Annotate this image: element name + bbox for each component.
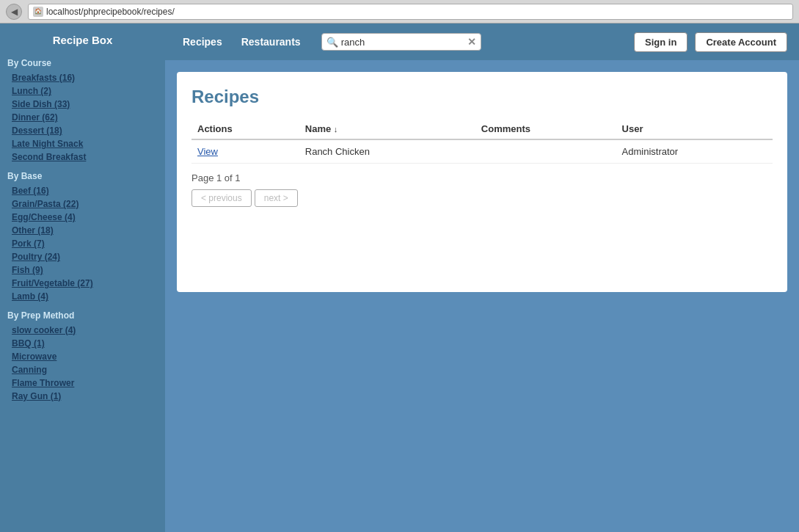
sidebar-item-beef[interactable]: Beef (16)	[7, 184, 158, 197]
sidebar-item-poultry[interactable]: Poultry (24)	[7, 250, 158, 263]
col-actions: Actions	[191, 119, 299, 139]
course-links-container: Breakfasts (16)Lunch (2)Side Dish (33)Di…	[7, 71, 158, 164]
table-cell-user: Administrator	[616, 139, 773, 164]
content-area: Recipes Actions Name ↓ Comments User	[165, 60, 799, 532]
top-nav: Recipes Restaurants 🔍 ✕ Sign in Create A…	[165, 23, 799, 60]
sidebar-item-late-night-snack[interactable]: Late Night Snack	[7, 137, 158, 150]
by-base-label: By Base	[7, 171, 158, 181]
search-input[interactable]	[341, 37, 464, 48]
pagination-info: Page 1 of 1	[191, 172, 773, 183]
table-header-row: Actions Name ↓ Comments User	[191, 119, 773, 139]
app-container: Recipe Box By Course Breakfasts (16)Lunc…	[0, 23, 799, 532]
view-link-0[interactable]: View	[197, 146, 218, 157]
col-comments: Comments	[475, 119, 616, 139]
nav-recipes[interactable]: Recipes	[177, 33, 228, 51]
create-account-button[interactable]: Create Account	[695, 32, 787, 52]
table-cell-name: Ranch Chicken	[299, 139, 475, 164]
search-clear-button[interactable]: ✕	[467, 36, 476, 48]
favicon: 🏠	[33, 7, 43, 17]
search-box: 🔍 ✕	[321, 33, 481, 51]
sidebar-item-slow-cooker[interactable]: slow cooker (4)	[7, 324, 158, 337]
search-icon: 🔍	[326, 37, 338, 48]
sidebar-item-second-breakfast[interactable]: Second Breakfast	[7, 150, 158, 164]
table-row: ViewRanch ChickenAdministrator	[191, 139, 773, 164]
sidebar-item-egg-cheese[interactable]: Egg/Cheese (4)	[7, 211, 158, 224]
sidebar-item-other[interactable]: Other (18)	[7, 224, 158, 237]
back-button[interactable]: ◀	[6, 4, 22, 20]
col-user: User	[616, 119, 773, 139]
url-text: localhost/phprecipebook/recipes/	[46, 7, 175, 17]
col-name: Name ↓	[299, 119, 475, 139]
recipes-tbody: ViewRanch ChickenAdministrator	[191, 139, 773, 164]
pagination-buttons: < previous next >	[191, 189, 773, 207]
sidebar-item-pork[interactable]: Pork (7)	[7, 237, 158, 250]
sidebar-item-fruit-vegetable[interactable]: Fruit/Vegetable (27)	[7, 277, 158, 290]
table-cell-comments	[475, 139, 616, 164]
base-links-container: Beef (16)Grain/Pasta (22)Egg/Cheese (4)O…	[7, 184, 158, 303]
sidebar-item-lamb[interactable]: Lamb (4)	[7, 290, 158, 303]
recipes-table: Actions Name ↓ Comments User ViewRanch C…	[191, 119, 773, 164]
sidebar-item-dinner[interactable]: Dinner (62)	[7, 111, 158, 124]
sort-indicator: ↓	[334, 125, 338, 134]
sidebar-item-dessert[interactable]: Dessert (18)	[7, 124, 158, 137]
sidebar-item-side-dish[interactable]: Side Dish (33)	[7, 98, 158, 111]
sidebar-title: Recipe Box	[7, 31, 158, 49]
main-area: Recipes Restaurants 🔍 ✕ Sign in Create A…	[165, 23, 799, 532]
by-course-label: By Course	[7, 58, 158, 68]
sidebar-item-lunch[interactable]: Lunch (2)	[7, 84, 158, 98]
next-button[interactable]: next >	[255, 189, 298, 207]
prev-button[interactable]: < previous	[191, 189, 252, 207]
prep-links-container: slow cooker (4)BBQ (1)MicrowaveCanningFl…	[7, 324, 158, 403]
sidebar-item-flame-thrower[interactable]: Flame Thrower	[7, 376, 158, 390]
signin-button[interactable]: Sign in	[634, 32, 687, 52]
sidebar-item-breakfasts[interactable]: Breakfasts (16)	[7, 71, 158, 84]
sidebar: Recipe Box By Course Breakfasts (16)Lunc…	[0, 23, 165, 532]
sidebar-item-ray-gun[interactable]: Ray Gun (1)	[7, 390, 158, 403]
table-cell-action: View	[191, 139, 299, 164]
browser-bar: ◀ 🏠 localhost/phprecipebook/recipes/	[0, 0, 799, 23]
sidebar-item-grain-pasta[interactable]: Grain/Pasta (22)	[7, 197, 158, 211]
sidebar-item-canning[interactable]: Canning	[7, 363, 158, 376]
url-bar[interactable]: 🏠 localhost/phprecipebook/recipes/	[28, 4, 793, 20]
page-title: Recipes	[191, 87, 773, 107]
table-head: Actions Name ↓ Comments User	[191, 119, 773, 139]
sidebar-item-bbq[interactable]: BBQ (1)	[7, 337, 158, 350]
sidebar-item-microwave[interactable]: Microwave	[7, 350, 158, 363]
sidebar-item-fish[interactable]: Fish (9)	[7, 263, 158, 277]
by-prep-label: By Prep Method	[7, 310, 158, 321]
content-box: Recipes Actions Name ↓ Comments User	[177, 72, 787, 292]
nav-restaurants[interactable]: Restaurants	[236, 33, 307, 51]
